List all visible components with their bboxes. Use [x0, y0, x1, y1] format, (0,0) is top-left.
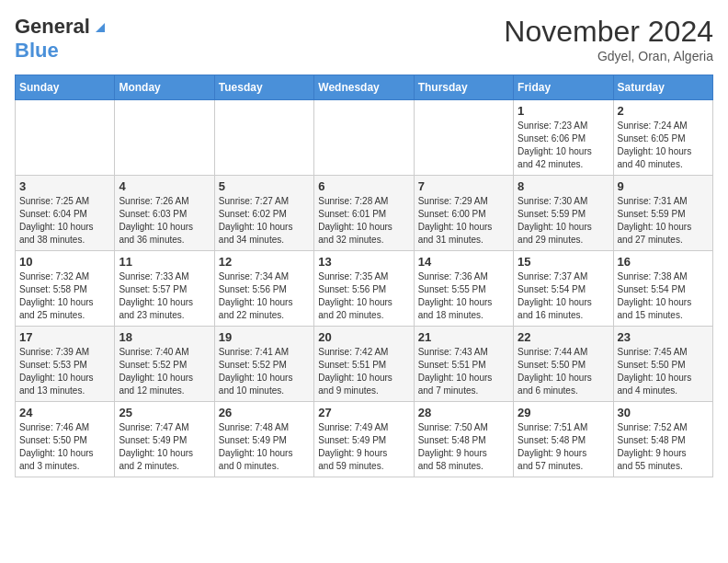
day-number: 3 [19, 179, 110, 193]
day-number: 8 [518, 179, 609, 193]
weekday-header-wednesday: Wednesday [314, 75, 414, 100]
day-info: Sunrise: 7:34 AM Sunset: 5:56 PM Dayligh… [219, 270, 310, 322]
weekday-header-saturday: Saturday [613, 75, 712, 100]
month-title: November 2024 [504, 15, 713, 49]
day-info: Sunrise: 7:36 AM Sunset: 5:55 PM Dayligh… [418, 270, 509, 322]
day-number: 11 [119, 255, 210, 269]
day-cell: 11Sunrise: 7:33 AM Sunset: 5:57 PM Dayli… [115, 251, 214, 327]
day-number: 29 [518, 406, 609, 419]
day-cell: 15Sunrise: 7:37 AM Sunset: 5:54 PM Dayli… [514, 251, 613, 327]
day-number: 10 [19, 255, 110, 269]
weekday-header-row: SundayMondayTuesdayWednesdayThursdayFrid… [16, 75, 713, 100]
day-cell: 24Sunrise: 7:46 AM Sunset: 5:50 PM Dayli… [16, 402, 115, 477]
day-cell [214, 100, 313, 176]
day-info: Sunrise: 7:35 AM Sunset: 5:56 PM Dayligh… [318, 270, 409, 322]
day-number: 22 [518, 330, 609, 344]
day-info: Sunrise: 7:42 AM Sunset: 5:51 PM Dayligh… [318, 346, 409, 397]
logo: General Blue [15, 15, 108, 63]
day-cell: 4Sunrise: 7:26 AM Sunset: 6:03 PM Daylig… [115, 176, 214, 251]
day-cell: 19Sunrise: 7:41 AM Sunset: 5:52 PM Dayli… [214, 327, 313, 402]
day-info: Sunrise: 7:29 AM Sunset: 6:00 PM Dayligh… [418, 195, 509, 247]
day-cell: 20Sunrise: 7:42 AM Sunset: 5:51 PM Dayli… [314, 327, 414, 402]
week-row-1: 1Sunrise: 7:23 AM Sunset: 6:06 PM Daylig… [16, 100, 713, 176]
day-info: Sunrise: 7:46 AM Sunset: 5:50 PM Dayligh… [19, 421, 110, 473]
day-cell: 23Sunrise: 7:45 AM Sunset: 5:50 PM Dayli… [613, 327, 712, 402]
day-number: 4 [119, 179, 210, 193]
day-info: Sunrise: 7:38 AM Sunset: 5:54 PM Dayligh… [618, 270, 709, 322]
day-info: Sunrise: 7:51 AM Sunset: 5:48 PM Dayligh… [518, 421, 609, 473]
day-cell: 2Sunrise: 7:24 AM Sunset: 6:05 PM Daylig… [613, 100, 712, 176]
day-info: Sunrise: 7:50 AM Sunset: 5:48 PM Dayligh… [418, 421, 509, 473]
page-header: General Blue November 2024 Gdyel, Oran, … [15, 15, 713, 63]
day-info: Sunrise: 7:23 AM Sunset: 6:06 PM Dayligh… [518, 120, 609, 171]
day-number: 1 [518, 104, 609, 118]
day-info: Sunrise: 7:48 AM Sunset: 5:49 PM Dayligh… [219, 421, 310, 473]
day-cell: 3Sunrise: 7:25 AM Sunset: 6:04 PM Daylig… [16, 176, 115, 251]
day-info: Sunrise: 7:33 AM Sunset: 5:57 PM Dayligh… [119, 270, 210, 322]
day-cell: 16Sunrise: 7:38 AM Sunset: 5:54 PM Dayli… [613, 251, 712, 327]
day-cell: 9Sunrise: 7:31 AM Sunset: 5:59 PM Daylig… [613, 176, 712, 251]
day-cell [414, 100, 513, 176]
day-info: Sunrise: 7:31 AM Sunset: 5:59 PM Dayligh… [618, 195, 709, 247]
day-cell: 25Sunrise: 7:47 AM Sunset: 5:49 PM Dayli… [115, 402, 214, 477]
day-number: 28 [418, 406, 509, 419]
day-info: Sunrise: 7:52 AM Sunset: 5:48 PM Dayligh… [618, 421, 709, 473]
day-info: Sunrise: 7:41 AM Sunset: 5:52 PM Dayligh… [219, 346, 310, 397]
day-info: Sunrise: 7:45 AM Sunset: 5:50 PM Dayligh… [618, 346, 709, 397]
day-number: 6 [318, 179, 409, 193]
day-number: 15 [518, 255, 609, 269]
day-info: Sunrise: 7:47 AM Sunset: 5:49 PM Dayligh… [119, 421, 210, 473]
day-info: Sunrise: 7:43 AM Sunset: 5:51 PM Dayligh… [418, 346, 509, 397]
logo-general: General [15, 15, 90, 39]
location: Gdyel, Oran, Algeria [504, 49, 713, 63]
week-row-2: 3Sunrise: 7:25 AM Sunset: 6:04 PM Daylig… [16, 176, 713, 251]
day-number: 23 [618, 330, 709, 344]
day-info: Sunrise: 7:32 AM Sunset: 5:58 PM Dayligh… [19, 270, 110, 322]
day-info: Sunrise: 7:27 AM Sunset: 6:02 PM Dayligh… [219, 195, 310, 247]
weekday-header-thursday: Thursday [414, 75, 513, 100]
day-cell: 26Sunrise: 7:48 AM Sunset: 5:49 PM Dayli… [214, 402, 313, 477]
day-number: 14 [418, 255, 509, 269]
weekday-header-sunday: Sunday [16, 75, 115, 100]
day-cell: 28Sunrise: 7:50 AM Sunset: 5:48 PM Dayli… [414, 402, 513, 477]
day-number: 13 [318, 255, 409, 269]
day-info: Sunrise: 7:39 AM Sunset: 5:53 PM Dayligh… [19, 346, 110, 397]
day-number: 16 [618, 255, 709, 269]
day-number: 12 [219, 255, 310, 269]
day-number: 18 [119, 330, 210, 344]
day-cell: 29Sunrise: 7:51 AM Sunset: 5:48 PM Dayli… [514, 402, 613, 477]
day-number: 5 [219, 179, 310, 193]
day-number: 26 [219, 406, 310, 419]
day-cell: 21Sunrise: 7:43 AM Sunset: 5:51 PM Dayli… [414, 327, 513, 402]
day-cell: 17Sunrise: 7:39 AM Sunset: 5:53 PM Dayli… [16, 327, 115, 402]
day-info: Sunrise: 7:44 AM Sunset: 5:50 PM Dayligh… [518, 346, 609, 397]
weekday-header-tuesday: Tuesday [214, 75, 313, 100]
svg-marker-0 [96, 23, 105, 32]
day-number: 7 [418, 179, 509, 193]
day-info: Sunrise: 7:28 AM Sunset: 6:01 PM Dayligh… [318, 195, 409, 247]
day-number: 9 [618, 179, 709, 193]
day-cell: 10Sunrise: 7:32 AM Sunset: 5:58 PM Dayli… [16, 251, 115, 327]
day-cell [115, 100, 214, 176]
day-number: 24 [19, 406, 110, 419]
weekday-header-monday: Monday [115, 75, 214, 100]
day-cell [314, 100, 414, 176]
day-cell: 8Sunrise: 7:30 AM Sunset: 5:59 PM Daylig… [514, 176, 613, 251]
day-cell: 12Sunrise: 7:34 AM Sunset: 5:56 PM Dayli… [214, 251, 313, 327]
day-info: Sunrise: 7:49 AM Sunset: 5:49 PM Dayligh… [318, 421, 409, 473]
day-info: Sunrise: 7:40 AM Sunset: 5:52 PM Dayligh… [119, 346, 210, 397]
day-cell: 5Sunrise: 7:27 AM Sunset: 6:02 PM Daylig… [214, 176, 313, 251]
day-cell: 27Sunrise: 7:49 AM Sunset: 5:49 PM Dayli… [314, 402, 414, 477]
title-section: November 2024 Gdyel, Oran, Algeria [504, 15, 713, 63]
day-cell: 14Sunrise: 7:36 AM Sunset: 5:55 PM Dayli… [414, 251, 513, 327]
day-cell: 30Sunrise: 7:52 AM Sunset: 5:48 PM Dayli… [613, 402, 712, 477]
day-info: Sunrise: 7:24 AM Sunset: 6:05 PM Dayligh… [618, 120, 709, 171]
day-number: 20 [318, 330, 409, 344]
day-number: 2 [618, 104, 709, 118]
day-info: Sunrise: 7:26 AM Sunset: 6:03 PM Dayligh… [119, 195, 210, 247]
day-info: Sunrise: 7:30 AM Sunset: 5:59 PM Dayligh… [518, 195, 609, 247]
day-number: 21 [418, 330, 509, 344]
day-cell: 6Sunrise: 7:28 AM Sunset: 6:01 PM Daylig… [314, 176, 414, 251]
day-number: 25 [119, 406, 210, 419]
logo-triangle-icon [92, 19, 108, 36]
